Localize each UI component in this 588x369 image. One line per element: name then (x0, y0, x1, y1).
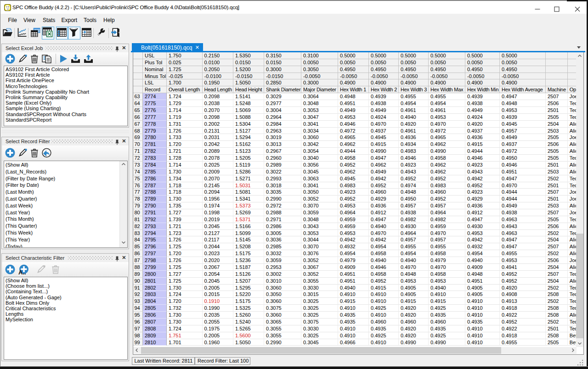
svg-text:A..: A.. (18, 269, 26, 275)
